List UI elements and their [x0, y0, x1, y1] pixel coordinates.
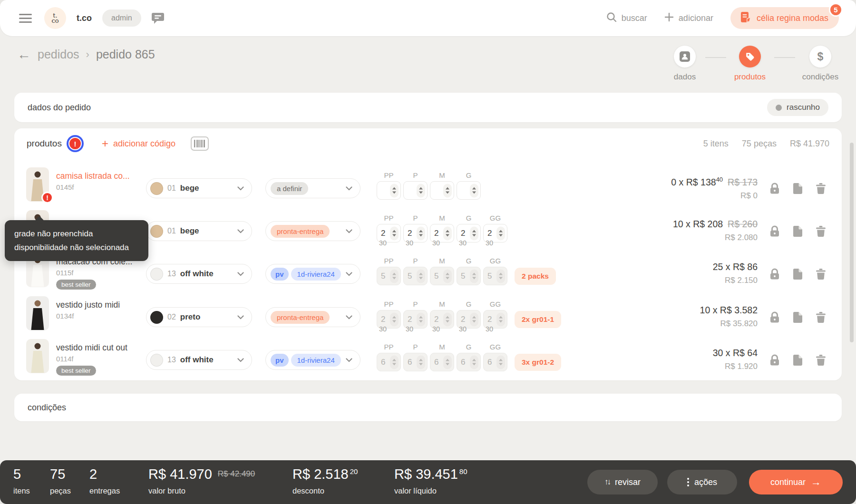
size-input[interactable]: 5: [430, 267, 454, 285]
product-thumbnail[interactable]: [26, 339, 49, 373]
stepper-icon[interactable]: [470, 269, 478, 283]
stepper-icon[interactable]: [417, 184, 425, 197]
duplicate-icon[interactable]: [793, 183, 802, 194]
review-button[interactable]: ↑↓ revisar: [587, 470, 658, 494]
size-input[interactable]: 230: [377, 310, 401, 329]
stepper-icon[interactable]: [417, 312, 425, 326]
delete-icon[interactable]: [816, 312, 826, 323]
stepper-icon[interactable]: [443, 184, 452, 197]
stepper-icon[interactable]: [470, 226, 478, 240]
actions-button[interactable]: ações: [667, 470, 737, 494]
color-select[interactable]: 02 preto: [146, 307, 252, 327]
size-input[interactable]: 230: [403, 310, 428, 329]
barcode-scan-button[interactable]: [191, 136, 209, 151]
size-input[interactable]: 230: [457, 224, 481, 242]
account-button[interactable]: célia regina modas 5: [730, 7, 839, 29]
add-button[interactable]: adicionar: [664, 12, 713, 24]
duplicate-icon[interactable]: [793, 355, 802, 366]
stepper-icon[interactable]: [390, 269, 399, 283]
size-input[interactable]: 5: [377, 267, 401, 285]
stepper-icon[interactable]: [417, 226, 425, 240]
color-select[interactable]: 13 off white: [146, 350, 252, 370]
delete-icon[interactable]: [816, 183, 826, 194]
stepper-icon[interactable]: [470, 184, 478, 197]
menu-icon[interactable]: [17, 12, 34, 25]
stepper-icon[interactable]: [496, 355, 505, 369]
availability-select[interactable]: a definir: [265, 178, 360, 198]
lock-icon[interactable]: [770, 183, 779, 194]
color-select[interactable]: 13 off white: [146, 264, 252, 284]
search-button[interactable]: buscar: [606, 12, 647, 25]
stepper-icon[interactable]: [417, 355, 425, 369]
person-card-icon[interactable]: [674, 46, 696, 68]
size-input[interactable]: 6: [430, 353, 454, 371]
stepper-icon[interactable]: [443, 312, 452, 326]
stepper-icon[interactable]: [417, 269, 425, 283]
stepper-icon[interactable]: [390, 184, 399, 197]
duplicate-icon[interactable]: [793, 226, 802, 237]
dollar-icon[interactable]: $: [809, 46, 831, 68]
brand-logo[interactable]: t. co: [44, 7, 66, 29]
continue-button[interactable]: continuar →: [749, 470, 843, 494]
delete-icon[interactable]: [816, 355, 826, 366]
add-code-button[interactable]: + adicionar código: [102, 138, 175, 149]
stepper-icon[interactable]: [390, 226, 399, 240]
conditions-card[interactable]: condições: [14, 394, 842, 421]
size-input[interactable]: [403, 181, 428, 200]
size-input[interactable]: 230: [430, 224, 454, 242]
delete-icon[interactable]: [816, 226, 826, 237]
color-select[interactable]: 01 bege: [146, 221, 252, 241]
stepper-icon[interactable]: [496, 269, 505, 283]
size-input[interactable]: 230: [377, 224, 401, 242]
size-input[interactable]: 5: [457, 267, 481, 285]
stepper-icon[interactable]: [496, 226, 505, 240]
size-input[interactable]: [430, 181, 454, 200]
lock-icon[interactable]: [770, 311, 779, 323]
size-input[interactable]: 230: [403, 224, 428, 242]
duplicate-icon[interactable]: [793, 312, 802, 323]
size-input[interactable]: 230: [430, 310, 454, 329]
product-name[interactable]: vestido midi cut out: [56, 343, 127, 353]
delete-icon[interactable]: [816, 269, 826, 280]
size-input[interactable]: 230: [483, 310, 507, 329]
availability-select[interactable]: pv1d-riviera24: [265, 264, 360, 284]
duplicate-icon[interactable]: [793, 269, 802, 280]
scrollbar[interactable]: [850, 143, 854, 342]
order-data-card[interactable]: dados do pedido rascunho: [14, 93, 842, 122]
availability-select[interactable]: pronta-entrega: [265, 307, 360, 327]
tag-icon[interactable]: [739, 46, 761, 68]
product-thumbnail[interactable]: [26, 296, 49, 330]
stepper-icon[interactable]: [443, 355, 452, 369]
size-input[interactable]: [457, 181, 481, 200]
tab-produtos[interactable]: produtos: [724, 46, 776, 82]
product-name[interactable]: vestido justo midi: [56, 300, 120, 310]
size-input[interactable]: 230: [483, 224, 507, 242]
stepper-icon[interactable]: [470, 355, 478, 369]
size-input[interactable]: [377, 181, 401, 200]
size-input[interactable]: 230: [457, 310, 481, 329]
size-input[interactable]: 6: [403, 353, 428, 371]
stepper-icon[interactable]: [443, 226, 452, 240]
size-input[interactable]: 6: [483, 353, 507, 371]
lock-icon[interactable]: [770, 268, 779, 280]
stepper-icon[interactable]: [470, 312, 478, 326]
size-input[interactable]: 6: [377, 353, 401, 371]
back-arrow-icon[interactable]: ←: [17, 48, 31, 61]
stepper-icon[interactable]: [443, 269, 452, 283]
product-name[interactable]: camisa listrada co...: [56, 171, 130, 181]
size-input[interactable]: 5: [483, 267, 507, 285]
lock-icon[interactable]: [770, 225, 779, 237]
breadcrumb-section[interactable]: pedidos: [38, 48, 79, 61]
chat-icon[interactable]: [152, 12, 165, 24]
lock-icon[interactable]: [770, 354, 779, 366]
size-input[interactable]: 5: [403, 267, 428, 285]
stepper-icon[interactable]: [496, 312, 505, 326]
availability-select[interactable]: pronta-entrega: [265, 221, 360, 241]
color-select[interactable]: 01 bege: [146, 178, 252, 198]
tab-condicoes[interactable]: $ condições: [794, 46, 846, 82]
product-thumbnail[interactable]: !: [26, 167, 49, 202]
stepper-icon[interactable]: [390, 355, 399, 369]
stepper-icon[interactable]: [390, 312, 399, 326]
size-input[interactable]: 6: [457, 353, 481, 371]
tab-dados[interactable]: dados: [659, 46, 711, 82]
